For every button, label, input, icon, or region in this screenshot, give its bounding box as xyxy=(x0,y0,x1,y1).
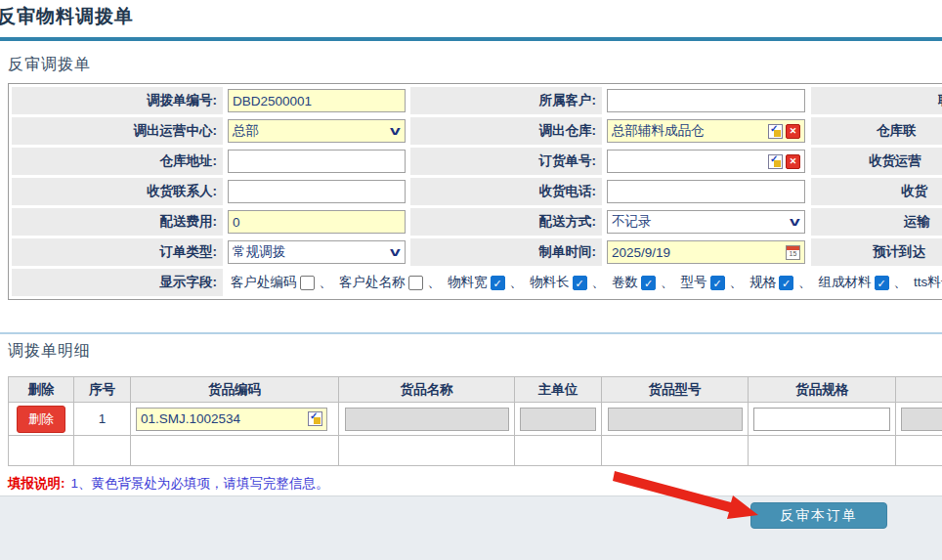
receive-phone-input[interactable] xyxy=(607,180,805,203)
checkbox[interactable] xyxy=(408,276,423,290)
form-row-type: 订单类型: 常规调拨v 制单时间: 2025/9/19 15 预计到达 xyxy=(12,238,942,266)
transport-label-cut: 运输 xyxy=(811,208,942,236)
create-time-input[interactable]: 2025/9/19 15 xyxy=(607,240,805,264)
item-name-field xyxy=(345,408,509,431)
display-field-item: 物料宽✓ xyxy=(448,274,507,291)
separator: 、 xyxy=(592,275,606,289)
cut-field xyxy=(901,408,942,431)
lookup-icon[interactable]: ✓ xyxy=(308,411,322,426)
page-title: 反审物料调拨单 xyxy=(0,4,134,29)
separator: 、 xyxy=(730,275,744,289)
separator: 、 xyxy=(894,275,908,289)
detail-table: 删除 序号 货品编码 货品名称 主单位 货品型号 货品规格 删除 1 01.SM… xyxy=(8,376,942,466)
col-unit: 主单位 xyxy=(515,377,602,403)
order-no-input[interactable]: ✓ ✕ xyxy=(607,150,805,173)
lookup-icon[interactable]: ✓ xyxy=(768,154,783,169)
display-fields-items: 客户处编码、客户处名称、物料宽✓、物料长✓、卷数✓、型号✓、规格✓、组成材料✓、… xyxy=(231,275,942,289)
eta-label-cut: 预计到达 xyxy=(811,238,942,266)
lookup-icon[interactable]: ✓ xyxy=(768,124,783,139)
delivery-fee-label: 配送费用: xyxy=(12,208,223,236)
separator: 、 xyxy=(320,275,333,289)
spec-input[interactable] xyxy=(753,408,890,431)
checkbox-label: 规格 xyxy=(749,274,776,291)
checkbox[interactable]: ✓ xyxy=(573,276,587,290)
receive-phone-label: 收货电话: xyxy=(410,178,602,205)
clear-icon[interactable]: ✕ xyxy=(786,154,800,169)
col-delete: 删除 xyxy=(9,377,74,403)
warehouse-address-label: 仓库地址: xyxy=(12,148,223,175)
detail-row-1: 删除 1 01.SMJ.1002534 ✓ xyxy=(9,403,942,436)
chevron-down-icon: v xyxy=(790,215,800,229)
receive-contact-label: 收货联系人: xyxy=(12,178,223,205)
checkbox[interactable] xyxy=(300,276,315,290)
detail-header-row: 删除 序号 货品编码 货品名称 主单位 货品型号 货品规格 xyxy=(9,377,942,403)
separator: 、 xyxy=(661,275,674,289)
accent-bar xyxy=(0,37,942,41)
checkbox-label: 物料长 xyxy=(530,274,570,291)
delete-row-button[interactable]: 删除 xyxy=(17,406,65,433)
order-no-label: 订货单号: xyxy=(410,148,602,175)
display-field-item: 规格✓ xyxy=(749,274,795,291)
fill-instructions-label: 填报说明: xyxy=(8,476,65,491)
form-row-contact: 收货联系人: 收货电话: 收货 xyxy=(12,178,942,205)
detail-section-heading: 调拨单明细 xyxy=(8,341,91,362)
out-center-select[interactable]: 总部v xyxy=(228,119,406,143)
detail-empty-row xyxy=(9,436,942,466)
checkbox[interactable]: ✓ xyxy=(710,276,725,290)
display-field-item: 组成材料✓ xyxy=(819,274,891,291)
separator: 、 xyxy=(798,275,812,289)
contact-label-cut: 联 xyxy=(811,87,942,114)
display-fields-label: 显示字段: xyxy=(12,269,223,296)
display-field-item: 客户处编码 xyxy=(231,274,317,291)
transfer-form-table: 调拨单编号: 所属客户: 联 调出运营中心: 总部v 调出仓库: 总部辅料成品仓… xyxy=(8,83,942,300)
form-row-out-center: 调出运营中心: 总部v 调出仓库: 总部辅料成品仓 ✓ ✕ 仓库联 xyxy=(12,117,942,145)
col-spec: 货品规格 xyxy=(749,377,896,403)
display-field-item: tts料号 xyxy=(914,274,942,291)
row-seq: 1 xyxy=(74,403,131,436)
delivery-fee-input[interactable] xyxy=(228,210,406,234)
fill-instructions-text: 1、黄色背景处为必填项，请填写完整信息。 xyxy=(71,476,329,491)
checkbox[interactable]: ✓ xyxy=(641,276,656,290)
checkbox-label: 客户处名称 xyxy=(339,274,406,291)
customer-label: 所属客户: xyxy=(410,87,602,114)
order-type-select[interactable]: 常规调拨v xyxy=(228,240,406,264)
checkbox[interactable]: ✓ xyxy=(875,276,889,290)
col-item-code: 货品编码 xyxy=(131,377,339,403)
form-section-heading: 反审调拨单 xyxy=(8,55,91,75)
display-field-item: 物料长✓ xyxy=(530,274,589,291)
transfer-no-label: 调拨单编号: xyxy=(12,87,223,114)
warehouse-address-input[interactable] xyxy=(228,150,406,173)
reverse-audit-button[interactable]: 反审本订单 xyxy=(750,502,887,529)
fill-instructions: 填报说明:1、黄色背景处为必填项，请填写完整信息。 xyxy=(8,475,329,493)
create-time-label: 制单时间: xyxy=(410,238,602,266)
checkbox[interactable]: ✓ xyxy=(491,276,505,290)
delivery-method-select[interactable]: 不记录v xyxy=(607,210,805,234)
col-seq: 序号 xyxy=(74,377,131,403)
out-warehouse-input[interactable]: 总部辅料成品仓 ✓ ✕ xyxy=(607,119,805,143)
clear-icon[interactable]: ✕ xyxy=(786,124,800,139)
customer-input[interactable] xyxy=(607,89,805,112)
model-field xyxy=(608,408,743,431)
delivery-method-label: 配送方式: xyxy=(410,208,602,236)
out-center-label: 调出运营中心: xyxy=(12,117,223,145)
col-model: 货品型号 xyxy=(602,377,749,403)
display-field-item: 型号✓ xyxy=(681,274,727,291)
form-row-display-fields: 显示字段: 客户处编码、客户处名称、物料宽✓、物料长✓、卷数✓、型号✓、规格✓、… xyxy=(12,269,942,296)
separator: 、 xyxy=(510,275,524,289)
display-field-item: 客户处名称 xyxy=(339,274,425,291)
section-divider xyxy=(0,332,942,334)
checkbox[interactable]: ✓ xyxy=(779,276,793,290)
checkbox-label: 物料宽 xyxy=(448,274,488,291)
receive-label-cut: 收货 xyxy=(811,178,942,205)
col-item-name: 货品名称 xyxy=(339,377,515,403)
warehouse-contact-label-cut: 仓库联 xyxy=(811,117,942,145)
out-warehouse-label: 调出仓库: xyxy=(410,117,602,145)
item-code-input[interactable]: 01.SMJ.1002534 ✓ xyxy=(136,408,327,431)
form-row-order-no: 调拨单编号: 所属客户: 联 xyxy=(12,87,942,114)
col-cut xyxy=(896,377,942,403)
checkbox-label: 型号 xyxy=(681,274,707,291)
transfer-no-input[interactable] xyxy=(228,89,406,112)
form-row-address: 仓库地址: 订货单号: ✓ ✕ 收货运营 xyxy=(12,148,942,175)
receive-contact-input[interactable] xyxy=(228,180,406,203)
calendar-icon[interactable]: 15 xyxy=(786,245,800,260)
